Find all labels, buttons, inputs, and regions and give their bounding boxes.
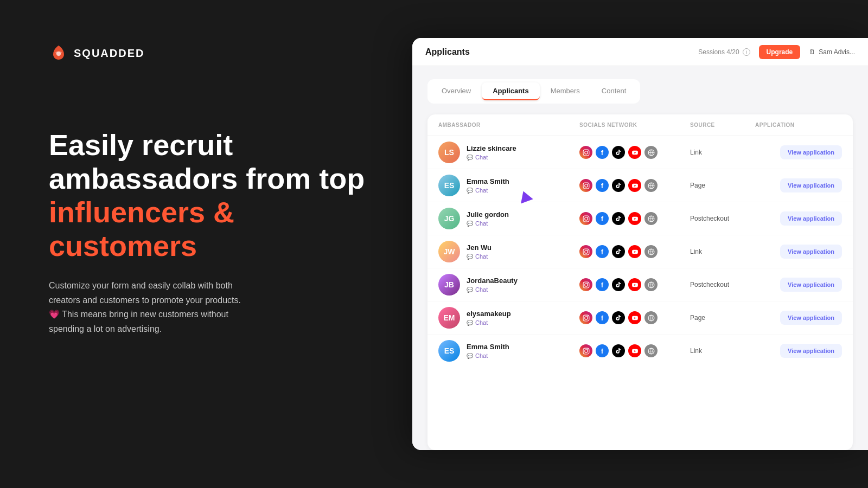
upgrade-button[interactable]: Upgrade xyxy=(759,45,801,59)
chat-label: Chat xyxy=(475,286,488,293)
instagram-icon xyxy=(579,311,592,324)
chat-icon: 💬 xyxy=(467,254,473,260)
tab-applicants[interactable]: Applicants xyxy=(482,82,539,100)
application-cell: View application xyxy=(755,211,842,226)
logo: SQUADDED xyxy=(49,43,380,63)
instagram-icon xyxy=(579,344,592,357)
instagram-icon xyxy=(579,179,592,192)
chat-badge[interactable]: 💬 Chat xyxy=(467,253,492,260)
application-cell: View application xyxy=(755,278,842,292)
svg-point-19 xyxy=(587,282,588,284)
facebook-icon: f xyxy=(596,146,609,159)
chat-icon: 💬 xyxy=(467,221,473,227)
tiktok-icon xyxy=(612,311,625,324)
svg-point-3 xyxy=(587,150,588,151)
source-cell: Link xyxy=(690,248,755,255)
view-application-button[interactable]: View application xyxy=(780,145,842,159)
user-name: Sam Advis... xyxy=(819,48,855,56)
hero-desc-1: Customize your form and easily collab wi… xyxy=(49,281,233,290)
ambassador-cell: ES Emma Smith 💬 Chat xyxy=(438,175,579,196)
ambassador-cell: JW Jen Wu 💬 Chat xyxy=(438,241,579,262)
ambassador-name: Julie gordon xyxy=(467,210,509,219)
web-icon xyxy=(644,278,658,291)
socials-cell: f xyxy=(579,179,690,192)
header-source: Source xyxy=(690,122,755,128)
ambassador-name: Emma Smith xyxy=(467,343,509,351)
chat-label: Chat xyxy=(475,220,488,227)
view-application-button[interactable]: View application xyxy=(780,211,842,226)
chat-label: Chat xyxy=(475,319,488,326)
svg-point-7 xyxy=(587,183,588,184)
source-cell: Page xyxy=(690,314,755,322)
view-application-button[interactable]: View application xyxy=(780,245,842,259)
application-cell: View application xyxy=(755,245,842,259)
socials-cell: f xyxy=(579,344,690,357)
hero-line3: influencers & customers xyxy=(49,196,234,262)
instagram-icon xyxy=(579,245,592,258)
socials-cell: f xyxy=(579,278,690,291)
view-application-button[interactable]: View application xyxy=(780,278,842,292)
ambassador-name: JordanaBeauty xyxy=(467,277,518,285)
view-application-button[interactable]: View application xyxy=(780,178,842,192)
source-cell: Postcheckout xyxy=(690,281,755,288)
tiktok-icon xyxy=(612,146,625,159)
ambassador-info: Lizzie skincare 💬 Chat xyxy=(467,144,516,160)
ambassador-name: Jen Wu xyxy=(467,243,492,252)
tiktok-icon xyxy=(612,344,625,357)
source-cell: Link xyxy=(690,149,755,156)
tiktok-icon xyxy=(612,179,625,192)
chat-label: Chat xyxy=(475,253,488,260)
chat-badge[interactable]: 💬 Chat xyxy=(467,187,509,194)
web-icon xyxy=(644,212,658,225)
chat-badge[interactable]: 💬 Chat xyxy=(467,286,518,293)
web-icon xyxy=(644,146,658,159)
table-card: AMBASSADOR Socials Network Source Applic… xyxy=(427,114,853,450)
tab-members[interactable]: Members xyxy=(540,82,591,100)
avatar: JB xyxy=(438,274,460,296)
chat-badge[interactable]: 💬 Chat xyxy=(467,154,516,160)
ambassador-name: Emma Smith xyxy=(467,177,509,185)
ambassador-info: Emma Smith 💬 Chat xyxy=(467,343,509,359)
web-icon xyxy=(644,245,658,258)
chat-label: Chat xyxy=(475,187,488,194)
app-content: Overview Applicants Members Content AMBA… xyxy=(412,66,868,450)
chat-badge[interactable]: 💬 Chat xyxy=(467,352,509,359)
table-row: ES Emma Smith 💬 Chat f xyxy=(427,169,853,202)
tab-overview[interactable]: Overview xyxy=(431,82,482,100)
hero-line1: Easily recruit xyxy=(49,129,233,161)
view-application-button[interactable]: View application xyxy=(780,344,842,358)
hero-description: Customize your form and easily collab wi… xyxy=(49,279,353,336)
avatar: EM xyxy=(438,307,460,329)
tiktok-icon xyxy=(612,278,625,291)
facebook-icon: f xyxy=(596,278,609,291)
ambassador-info: Emma Smith 💬 Chat xyxy=(467,177,509,194)
source-cell: Link xyxy=(690,347,755,355)
chat-badge[interactable]: 💬 Chat xyxy=(467,220,509,227)
page-title: Applicants xyxy=(425,47,470,57)
svg-point-23 xyxy=(587,316,588,317)
youtube-icon xyxy=(628,245,641,258)
chat-badge[interactable]: 💬 Chat xyxy=(467,319,511,326)
hero-desc-3: 💗 This means bring in new customers with… xyxy=(49,310,228,319)
svg-rect-9 xyxy=(583,216,589,222)
table-row: ES Emma Smith 💬 Chat f xyxy=(427,335,853,367)
source-cell: Postcheckout xyxy=(690,215,755,222)
svg-rect-17 xyxy=(583,282,589,288)
youtube-icon xyxy=(628,179,641,192)
table-row: EM elysamakeup 💬 Chat f xyxy=(427,301,853,335)
socials-cell: f xyxy=(579,245,690,258)
application-cell: View application xyxy=(755,145,842,159)
socials-cell: f xyxy=(579,311,690,324)
svg-rect-1 xyxy=(583,150,589,156)
instagram-icon xyxy=(579,278,592,291)
tab-content[interactable]: Content xyxy=(591,82,637,100)
app-window: Applicants Sessions 4/20 i Upgrade 🗓 Sam… xyxy=(412,38,868,450)
svg-point-11 xyxy=(587,216,588,217)
view-application-button[interactable]: View application xyxy=(780,311,842,325)
right-panel: Applicants Sessions 4/20 i Upgrade 🗓 Sam… xyxy=(412,0,868,488)
ambassador-cell: ES Emma Smith 💬 Chat xyxy=(438,340,579,362)
facebook-icon: f xyxy=(596,245,609,258)
svg-rect-21 xyxy=(583,315,589,321)
svg-point-6 xyxy=(584,184,587,187)
svg-point-18 xyxy=(584,283,587,286)
